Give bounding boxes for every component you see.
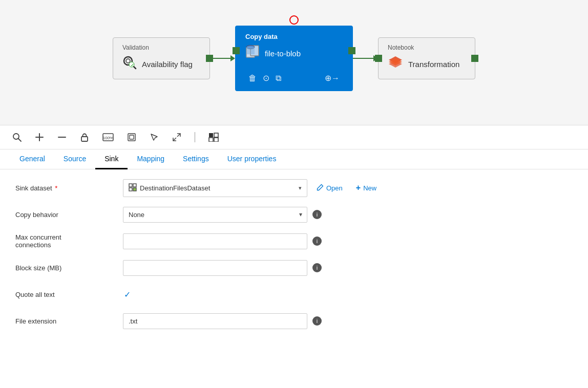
notebook-right-port <box>471 55 478 62</box>
svg-rect-29 <box>133 184 136 187</box>
svg-rect-27 <box>214 138 218 142</box>
max-concurrent-row: Max concurrent connections i <box>15 232 573 250</box>
block-size-info-icon[interactable]: i <box>312 263 322 272</box>
toolbar-divider <box>195 132 195 142</box>
max-concurrent-info-icon[interactable]: i <box>312 236 322 246</box>
max-concurrent-input[interactable] <box>123 233 307 249</box>
svg-text:✓: ✓ <box>131 63 134 68</box>
copy-data-icon <box>245 45 260 62</box>
svg-rect-25 <box>214 133 218 137</box>
toolbar-fitview-btn[interactable] <box>125 131 138 144</box>
tab-source[interactable]: Source <box>54 149 95 169</box>
copy-behavior-label: Copy behavior <box>15 211 123 219</box>
copy-left-port <box>233 47 240 54</box>
sink-open-btn[interactable]: Open <box>312 184 347 192</box>
copy-data-red-dot <box>289 15 299 25</box>
file-extension-info-icon[interactable]: i <box>312 316 322 326</box>
toolbar-minus-btn[interactable] <box>55 131 69 144</box>
toolbar: 100% <box>0 125 588 149</box>
copy-data-title: Copy data <box>245 33 343 40</box>
block-size-label: Block size (MB) <box>15 264 123 272</box>
toolbar-select-btn[interactable] <box>148 131 161 144</box>
tab-general[interactable]: General <box>10 149 54 169</box>
svg-rect-30 <box>129 188 132 191</box>
svg-rect-24 <box>209 133 213 137</box>
notebook-node[interactable]: Notebook Transformation <box>378 37 475 79</box>
max-concurrent-label: Max concurrent connections <box>15 233 123 249</box>
file-extension-controls: .txt i <box>123 313 573 329</box>
svg-rect-28 <box>129 184 132 187</box>
plus-icon: + <box>356 183 361 192</box>
copy-right-port <box>348 47 355 54</box>
quote-all-text-label: Quote all text <box>15 291 123 298</box>
quote-all-text-controls: ✓ <box>123 290 573 299</box>
copy-data-label: file-to-blob <box>265 49 301 58</box>
block-size-input[interactable] <box>123 260 307 276</box>
svg-point-2 <box>126 59 130 63</box>
quote-all-text-check: ✓ <box>124 290 131 299</box>
file-extension-label: File extension <box>15 317 123 325</box>
svg-rect-8 <box>246 47 255 54</box>
validation-node[interactable]: Validation ✓ Availability flag <box>113 37 210 79</box>
copy-data-node[interactable]: Copy data file-to-blob 🗑 ⊙ ⧉ ⊕ <box>235 26 353 91</box>
svg-rect-21 <box>130 135 134 139</box>
notebook-label: Transformation <box>408 60 459 69</box>
svg-rect-26 <box>209 138 213 142</box>
copy-copy-btn[interactable]: ⧉ <box>272 73 284 84</box>
block-size-controls: i <box>123 260 573 276</box>
tab-mapping[interactable]: Mapping <box>128 149 174 169</box>
open-label: Open <box>326 184 343 192</box>
sink-dataset-row: Sink dataset * DestinationFilesDataset ▾… <box>15 179 573 197</box>
tab-sink[interactable]: Sink <box>95 149 128 169</box>
toolbar-layers-btn[interactable] <box>206 131 221 144</box>
new-label: New <box>363 184 376 192</box>
svg-rect-17 <box>81 137 88 141</box>
notebook-icon <box>388 55 403 73</box>
quote-all-text-row: Quote all text ✓ <box>15 285 573 304</box>
connector-1 <box>210 55 235 61</box>
copy-move-btn[interactable]: ⊕→ <box>322 72 343 84</box>
toolbar-lock-btn[interactable] <box>78 131 91 144</box>
pencil-icon <box>317 184 324 192</box>
svg-line-13 <box>18 139 22 142</box>
connector-2 <box>353 55 378 61</box>
tab-user-properties[interactable]: User properties <box>218 149 286 169</box>
copy-behavior-info-icon[interactable]: i <box>312 210 322 219</box>
sink-dataset-controls: DestinationFilesDataset ▾ Open + New <box>123 179 573 197</box>
notebook-title: Notebook <box>388 44 466 51</box>
copy-behavior-select-wrapper: None PreserveHierarchy FlattenHierarchy … <box>123 207 307 223</box>
block-size-row: Block size (MB) i <box>15 258 573 277</box>
svg-rect-31 <box>133 188 136 191</box>
copy-params-btn[interactable]: ⊙ <box>260 72 272 84</box>
pipeline-nodes: Validation ✓ Availability flag <box>10 26 578 91</box>
svg-line-22 <box>173 138 176 141</box>
toolbar-zoom-btn[interactable]: 100% <box>100 131 116 144</box>
validation-label: Availability flag <box>142 60 193 69</box>
sink-dataset-select[interactable]: DestinationFilesDataset ▾ <box>123 179 307 197</box>
sink-dataset-value: DestinationFilesDataset <box>140 184 296 192</box>
validation-icon: ✓ <box>122 55 137 73</box>
max-concurrent-controls: i <box>123 233 573 249</box>
dataset-grid-icon <box>129 183 137 193</box>
required-asterisk: * <box>53 184 58 192</box>
properties-panel: Sink dataset * DestinationFilesDataset ▾… <box>0 169 588 383</box>
toolbar-add-btn[interactable] <box>33 131 46 144</box>
pipeline-canvas[interactable]: Validation ✓ Availability flag <box>0 0 588 125</box>
file-extension-input[interactable]: .txt <box>123 313 307 329</box>
toolbar-resize-btn[interactable] <box>170 131 183 144</box>
dataset-chevron-icon: ▾ <box>299 185 302 191</box>
svg-rect-20 <box>128 134 135 141</box>
copy-behavior-select[interactable]: None PreserveHierarchy FlattenHierarchy … <box>123 207 307 223</box>
svg-line-23 <box>177 134 180 137</box>
file-extension-row: File extension .txt i <box>15 312 573 330</box>
copy-delete-btn[interactable]: 🗑 <box>245 73 260 84</box>
tab-settings[interactable]: Settings <box>174 149 218 169</box>
toolbar-search-btn[interactable] <box>10 131 24 144</box>
copy-behavior-row: Copy behavior None PreserveHierarchy Fla… <box>15 205 573 224</box>
sink-new-btn[interactable]: + New <box>352 183 381 192</box>
svg-text:100%: 100% <box>103 136 113 140</box>
copy-data-actions: 🗑 ⊙ ⧉ ⊕→ <box>245 68 343 84</box>
properties-tabs: General Source Sink Mapping Settings Use… <box>0 149 588 169</box>
copy-behavior-controls: None PreserveHierarchy FlattenHierarchy … <box>123 207 573 223</box>
sink-dataset-label: Sink dataset * <box>15 184 123 192</box>
